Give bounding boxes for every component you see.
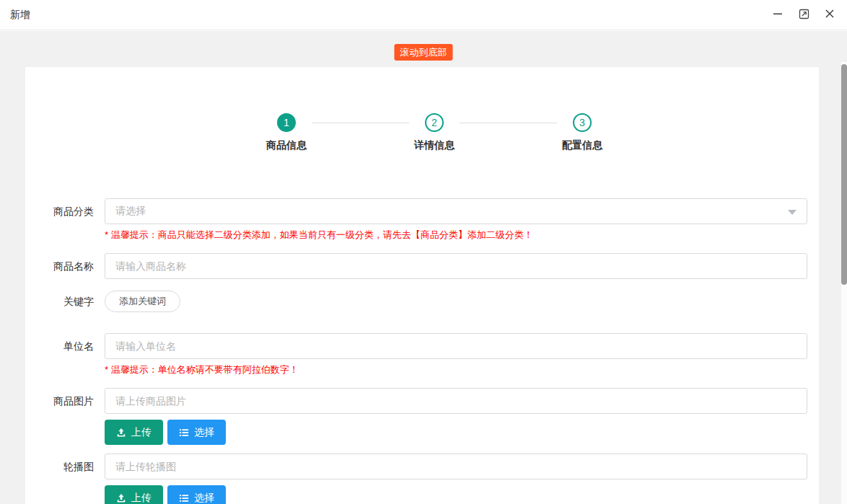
unit-name-input[interactable] (105, 333, 807, 359)
upload-button[interactable]: 上传 (105, 420, 163, 445)
scrollbar-thumb[interactable] (841, 64, 847, 285)
choose-button-label: 选择 (194, 426, 214, 439)
form-row-product-image: 商品图片 上传 (25, 388, 819, 445)
step-wizard: 1 商品信息 2 详情信息 3 配置信息 (261, 113, 607, 152)
upload-icon (116, 493, 126, 503)
upload-icon (116, 428, 126, 438)
close-button[interactable] (824, 9, 835, 21)
restore-button[interactable] (798, 9, 809, 21)
step-connector (312, 123, 409, 123)
product-image-label: 商品图片 (25, 388, 105, 445)
keyword-label: 关键字 (25, 291, 105, 312)
scrollbar-track[interactable] (841, 62, 847, 504)
list-icon (179, 428, 189, 438)
step-connector (460, 123, 557, 123)
step-label: 商品信息 (266, 139, 307, 152)
form-row-name: 商品名称 (25, 253, 819, 279)
upload-button-label: 上传 (131, 492, 152, 504)
category-select-placeholder: 请选择 (115, 205, 146, 218)
dialog-title: 新增 (10, 9, 30, 22)
step-number: 1 (277, 113, 296, 132)
step-number: 3 (573, 113, 592, 132)
form-row-carousel: 轮播图 上传 (25, 454, 819, 504)
step-label: 配置信息 (562, 139, 602, 152)
step-config-info[interactable]: 3 配置信息 (557, 113, 607, 152)
list-icon (179, 493, 189, 503)
product-name-input[interactable] (105, 253, 807, 279)
form-row-unit: 单位名 * 温馨提示：单位名称请不要带有阿拉伯数字！ (25, 333, 819, 376)
category-label: 商品分类 (25, 198, 105, 242)
upload-button-label: 上传 (131, 426, 152, 439)
upload-button[interactable]: 上传 (105, 485, 163, 504)
step-detail-info[interactable]: 2 详情信息 (409, 113, 460, 152)
choose-button[interactable]: 选择 (167, 420, 226, 445)
form-row-keyword: 关键字 添加关键词 (25, 291, 819, 312)
carousel-buttons: 上传 选择 (105, 485, 807, 504)
form-card: 1 商品信息 2 详情信息 3 配置信息 商品分类 请选择 (25, 67, 819, 504)
unit-label: 单位名 (25, 333, 105, 376)
product-image-buttons: 上传 选择 (105, 420, 807, 445)
product-image-input[interactable] (105, 388, 807, 414)
dialog-titlebar: 新增 (0, 0, 847, 30)
dialog-body: 滚动到底部 1 商品信息 2 详情信息 3 配置信息 商品分类 (0, 31, 847, 504)
add-keyword-button[interactable]: 添加关键词 (105, 291, 180, 312)
minimize-button[interactable] (772, 9, 784, 21)
restore-icon (799, 9, 809, 22)
choose-button[interactable]: 选择 (167, 485, 226, 504)
category-select[interactable]: 请选择 (105, 198, 807, 224)
chevron-down-icon (788, 210, 796, 215)
unit-hint: * 温馨提示：单位名称请不要带有阿拉伯数字！ (105, 363, 807, 376)
scroll-to-bottom-badge[interactable]: 滚动到底部 (395, 44, 453, 61)
carousel-label: 轮播图 (25, 454, 105, 504)
carousel-image-input[interactable] (105, 454, 807, 479)
step-label: 详情信息 (414, 139, 455, 152)
step-number: 2 (425, 113, 444, 132)
step-product-info[interactable]: 1 商品信息 (261, 113, 312, 152)
form-row-category: 商品分类 请选择 * 温馨提示：商品只能选择二级分类添加，如果当前只有一级分类，… (25, 198, 819, 242)
name-label: 商品名称 (25, 253, 105, 279)
close-icon (825, 9, 835, 21)
window-controls (772, 9, 835, 21)
minimize-icon (773, 9, 783, 21)
choose-button-label: 选择 (194, 492, 214, 504)
category-hint: * 温馨提示：商品只能选择二级分类添加，如果当前只有一级分类，请先去【商品分类】… (105, 229, 807, 242)
product-form: 商品分类 请选择 * 温馨提示：商品只能选择二级分类添加，如果当前只有一级分类，… (25, 198, 819, 504)
